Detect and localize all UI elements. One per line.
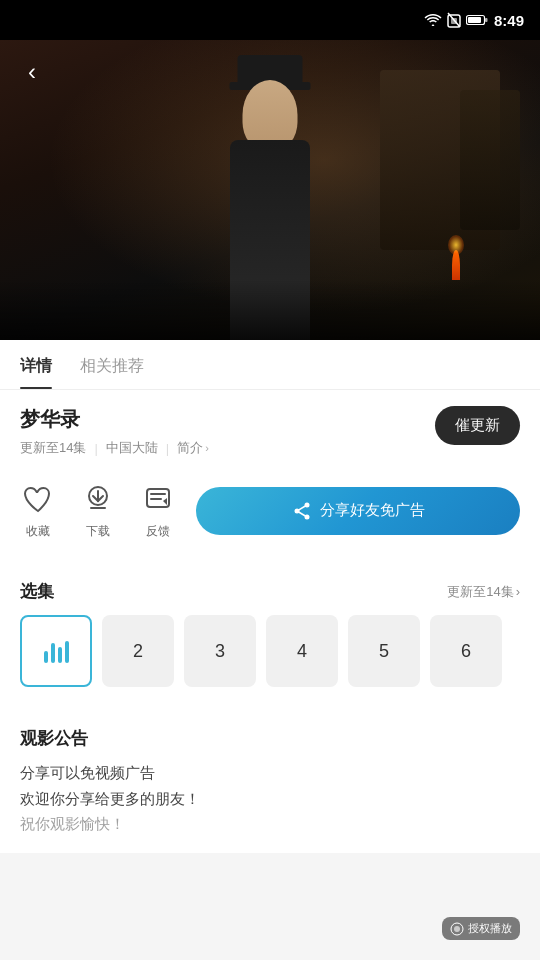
notice-text: 分享可以免视频广告 欢迎你分享给更多的朋友！ 祝你观影愉快！ bbox=[20, 760, 520, 837]
collect-button[interactable]: 收藏 bbox=[20, 481, 56, 540]
watermark-text: 授权播放 bbox=[468, 921, 512, 936]
download-label: 下载 bbox=[86, 523, 110, 540]
episode-more-chevron: › bbox=[516, 584, 520, 599]
episode-item-2[interactable]: 2 bbox=[102, 615, 174, 687]
drama-meta: 更新至14集 | 中国大陆 | 简介 › bbox=[20, 439, 435, 457]
feedback-icon bbox=[140, 481, 176, 517]
back-arrow-icon: ‹ bbox=[28, 58, 36, 86]
playing-indicator bbox=[44, 639, 69, 663]
back-button[interactable]: ‹ bbox=[14, 54, 50, 90]
chevron-right-icon: › bbox=[205, 442, 209, 454]
video-scene bbox=[0, 40, 540, 340]
tab-related[interactable]: 相关推荐 bbox=[80, 356, 144, 389]
notice-line-3: 祝你观影愉快！ bbox=[20, 811, 520, 837]
urge-button[interactable]: 催更新 bbox=[435, 406, 520, 445]
playing-bar-3 bbox=[58, 647, 62, 663]
episode-item-1[interactable] bbox=[20, 615, 92, 687]
episode-num-4: 4 bbox=[297, 641, 307, 662]
svg-rect-2 bbox=[451, 18, 457, 24]
download-icon bbox=[80, 481, 116, 517]
share-icon bbox=[292, 501, 312, 521]
episode-section: 选集 更新至14集 › 2 3 bbox=[0, 564, 540, 703]
tab-details[interactable]: 详情 bbox=[20, 356, 52, 389]
notice-line-1: 分享可以免视频广告 bbox=[20, 760, 520, 786]
feedback-button[interactable]: 反馈 bbox=[140, 481, 176, 540]
intro-label: 简介 bbox=[177, 439, 203, 457]
sim-icon bbox=[447, 12, 461, 28]
candle bbox=[452, 250, 460, 280]
episode-title: 选集 bbox=[20, 580, 54, 603]
episode-header: 选集 更新至14集 › bbox=[20, 564, 520, 615]
playing-bar-2 bbox=[51, 643, 55, 663]
content-area: 详情 相关推荐 梦华录 更新至14集 | 中国大陆 | 简介 › 催更新 bbox=[0, 340, 540, 853]
episode-item-3[interactable]: 3 bbox=[184, 615, 256, 687]
collect-label: 收藏 bbox=[26, 523, 50, 540]
drama-info: 梦华录 更新至14集 | 中国大陆 | 简介 › 催更新 bbox=[0, 390, 540, 469]
episode-item-6[interactable]: 6 bbox=[430, 615, 502, 687]
episode-grid: 2 3 4 5 6 bbox=[20, 615, 520, 703]
update-info: 更新至14集 bbox=[20, 439, 86, 457]
playing-bar-4 bbox=[65, 641, 69, 663]
action-bar: 收藏 下载 bbox=[0, 469, 540, 556]
battery-icon bbox=[466, 14, 488, 26]
svg-line-15 bbox=[297, 505, 307, 511]
svg-rect-4 bbox=[485, 18, 488, 22]
svg-rect-5 bbox=[468, 17, 481, 23]
notice-section: 观影公告 分享可以免视频广告 欢迎你分享给更多的朋友！ 祝你观影愉快！ bbox=[0, 711, 540, 853]
drama-left: 梦华录 更新至14集 | 中国大陆 | 简介 › bbox=[20, 406, 435, 457]
episode-num-5: 5 bbox=[379, 641, 389, 662]
episode-more[interactable]: 更新至14集 › bbox=[447, 583, 520, 601]
share-ad-button[interactable]: 分享好友免广告 bbox=[196, 487, 520, 535]
svg-line-16 bbox=[297, 511, 307, 517]
episode-more-label: 更新至14集 bbox=[447, 583, 513, 601]
watermark-icon bbox=[450, 922, 464, 936]
meta-sep-2: | bbox=[166, 441, 169, 456]
svg-point-18 bbox=[454, 926, 460, 932]
episode-item-4[interactable]: 4 bbox=[266, 615, 338, 687]
download-button[interactable]: 下载 bbox=[80, 481, 116, 540]
playing-bar-1 bbox=[44, 651, 48, 663]
watermark: 授权播放 bbox=[442, 917, 520, 940]
status-bar: 8:49 bbox=[0, 0, 540, 40]
video-player[interactable]: ‹ bbox=[0, 40, 540, 340]
feedback-label: 反馈 bbox=[146, 523, 170, 540]
wifi-icon bbox=[424, 13, 442, 27]
tabs-bar: 详情 相关推荐 bbox=[0, 340, 540, 390]
action-group: 收藏 下载 bbox=[20, 481, 176, 540]
share-ad-label: 分享好友免广告 bbox=[320, 501, 425, 520]
episode-num-6: 6 bbox=[461, 641, 471, 662]
status-icons bbox=[424, 12, 488, 28]
episode-num-2: 2 bbox=[133, 641, 143, 662]
episode-item-5[interactable]: 5 bbox=[348, 615, 420, 687]
episode-num-3: 3 bbox=[215, 641, 225, 662]
drama-header: 梦华录 更新至14集 | 中国大陆 | 简介 › 催更新 bbox=[20, 406, 520, 457]
notice-title: 观影公告 bbox=[20, 727, 520, 750]
intro-link[interactable]: 简介 › bbox=[177, 439, 209, 457]
notice-line-2: 欢迎你分享给更多的朋友！ bbox=[20, 786, 520, 812]
region: 中国大陆 bbox=[106, 439, 158, 457]
collect-icon bbox=[20, 481, 56, 517]
drama-title: 梦华录 bbox=[20, 406, 435, 433]
clock: 8:49 bbox=[494, 12, 524, 29]
meta-sep-1: | bbox=[94, 441, 97, 456]
